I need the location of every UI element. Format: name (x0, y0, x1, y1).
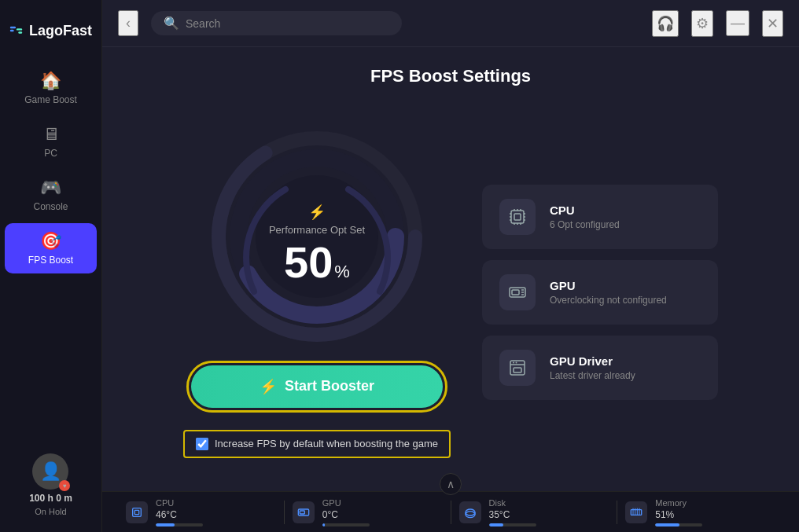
status-gpu-value: 0°C (322, 509, 370, 520)
fps-checkbox[interactable] (196, 438, 208, 450)
gpu-card-icon (499, 274, 536, 310)
headset-button[interactable]: 🎧 (652, 10, 679, 37)
back-button[interactable]: ‹ (118, 10, 138, 36)
status-memory-info: Memory 51% (655, 498, 702, 526)
status-memory-icon (625, 501, 647, 523)
status-gpu-icon (293, 501, 315, 523)
status-disk-value: 35°C (489, 509, 536, 520)
status-divider-1 (284, 501, 285, 524)
gpu-driver-card-icon (499, 350, 536, 386)
main-content: ‹ 🔍 Search 🎧 ⚙ — ✕ FPS Boost Settings (102, 0, 799, 532)
info-card-gpu[interactable]: GPU Overclocking not configured (482, 260, 718, 325)
fps-checkbox-label: Increase FPS by default when boosting th… (215, 438, 438, 449)
user-status: On Hold (35, 507, 66, 516)
status-memory-bar (655, 523, 702, 526)
avatar-badge: ♥ (59, 480, 70, 491)
cpu-card-subtitle: 6 Opt configured (550, 219, 620, 230)
gpu-driver-card-subtitle: Latest driver already (550, 370, 635, 381)
search-bar[interactable]: 🔍 Search (151, 11, 402, 35)
collapse-icon: ∧ (447, 478, 455, 490)
status-cpu-icon (126, 501, 148, 523)
cpu-card-title: CPU (550, 204, 620, 217)
gauge-center: ⚡ Performance Opt Set 50 % (269, 204, 365, 284)
status-memory-label: Memory (655, 498, 702, 508)
user-time: 100 h 0 m (29, 493, 72, 504)
search-icon: 🔍 (164, 16, 179, 31)
svg-point-30 (513, 361, 514, 363)
lagofast-logo-icon (9, 14, 23, 47)
fps-layout: ⚡ Performance Opt Set 50 % ⚡ Start Boost… (134, 105, 768, 479)
page-content: FPS Boost Settings (102, 47, 799, 491)
header: ‹ 🔍 Search 🎧 ⚙ — ✕ (102, 0, 799, 47)
close-button[interactable]: ✕ (762, 10, 783, 37)
status-item-memory: Memory 51% (625, 498, 775, 526)
svg-rect-10 (514, 214, 521, 220)
logo-text: LagoFast (29, 23, 92, 39)
status-gpu-label: GPU (322, 498, 370, 508)
svg-rect-32 (514, 368, 521, 372)
settings-button[interactable]: ⚙ (691, 10, 713, 37)
status-disk-icon (459, 501, 481, 523)
sidebar-item-pc[interactable]: 🖥 PC (5, 116, 96, 167)
start-booster-button[interactable]: ⚡ Start Booster (191, 365, 443, 408)
sidebar-item-fps-boost-label: FPS Boost (28, 255, 73, 266)
header-icons: 🎧 ⚙ — ✕ (652, 10, 783, 37)
avatar[interactable]: 👤 ♥ (32, 453, 68, 490)
gpu-driver-card-title: GPU Driver (550, 354, 635, 368)
svg-rect-1 (10, 30, 14, 31)
gauge-label: Performance Opt Set (269, 224, 365, 236)
page-title: FPS Boost Settings (134, 66, 768, 86)
status-gpu-bar (322, 523, 370, 526)
info-card-gpu-driver[interactable]: GPU Driver Latest driver already (482, 336, 718, 400)
fps-boost-icon: 🎯 (40, 231, 61, 251)
status-bar: CPU 46°C GPU 0°C (102, 491, 799, 532)
svg-point-31 (516, 361, 517, 363)
status-cpu-bar (156, 523, 203, 526)
logo-area: LagoFast (0, 0, 101, 63)
status-divider-2 (451, 501, 451, 524)
start-booster-label: Start Booster (285, 378, 374, 394)
sidebar-item-game-boost-label: Game Boost (24, 94, 77, 105)
start-lightning-icon: ⚡ (260, 378, 277, 395)
status-cpu-value: 46°C (156, 509, 203, 520)
info-card-cpu[interactable]: CPU 6 Opt configured (482, 185, 718, 249)
status-cpu-fill (156, 523, 175, 526)
sidebar-item-game-boost[interactable]: 🏠 Game Boost (5, 63, 96, 113)
sidebar-item-fps-boost[interactable]: 🎯 FPS Boost (5, 223, 96, 273)
status-disk-info: Disk 35°C (489, 498, 536, 526)
status-memory-value: 51% (655, 509, 702, 520)
collapse-button[interactable]: ∧ (440, 473, 462, 495)
pc-icon: 🖥 (42, 124, 60, 145)
user-area: 👤 ♥ 100 h 0 m On Hold (29, 453, 72, 516)
gpu-card-title: GPU (550, 279, 667, 292)
sidebar: LagoFast 🏠 Game Boost 🖥 PC 🎮 Console 🎯 F… (0, 0, 102, 532)
svg-rect-9 (511, 211, 524, 223)
svg-rect-36 (300, 511, 304, 514)
status-gpu-info: GPU 0°C (322, 498, 370, 526)
svg-rect-3 (18, 31, 22, 33)
gauge-container: ⚡ Performance Opt Set 50 % (207, 127, 427, 347)
gpu-card-text: GPU Overclocking not configured (550, 279, 667, 306)
status-item-gpu: GPU 0°C (293, 498, 443, 526)
status-item-disk: Disk 35°C (459, 498, 609, 526)
sidebar-item-console[interactable]: 🎮 Console (5, 170, 96, 220)
status-cpu-label: CPU (156, 498, 203, 508)
status-gpu-fill (322, 523, 325, 526)
fps-checkbox-row: Increase FPS by default when boosting th… (183, 430, 451, 458)
status-cpu-info: CPU 46°C (156, 498, 203, 526)
svg-rect-33 (133, 508, 142, 516)
minimize-button[interactable]: — (726, 10, 749, 36)
lightning-icon: ⚡ (308, 204, 326, 221)
console-icon: 🎮 (40, 178, 61, 198)
sidebar-item-console-label: Console (33, 201, 68, 212)
gauge-unit: % (334, 262, 350, 282)
gauge-value: 50 (284, 240, 333, 284)
svg-rect-34 (134, 510, 138, 514)
svg-rect-2 (17, 28, 22, 30)
status-divider-3 (617, 501, 617, 524)
status-item-cpu: CPU 46°C (126, 498, 276, 526)
gpu-driver-card-text: GPU Driver Latest driver already (550, 354, 635, 381)
status-disk-bar (489, 523, 536, 526)
svg-rect-41 (631, 509, 642, 515)
svg-rect-0 (10, 27, 16, 28)
